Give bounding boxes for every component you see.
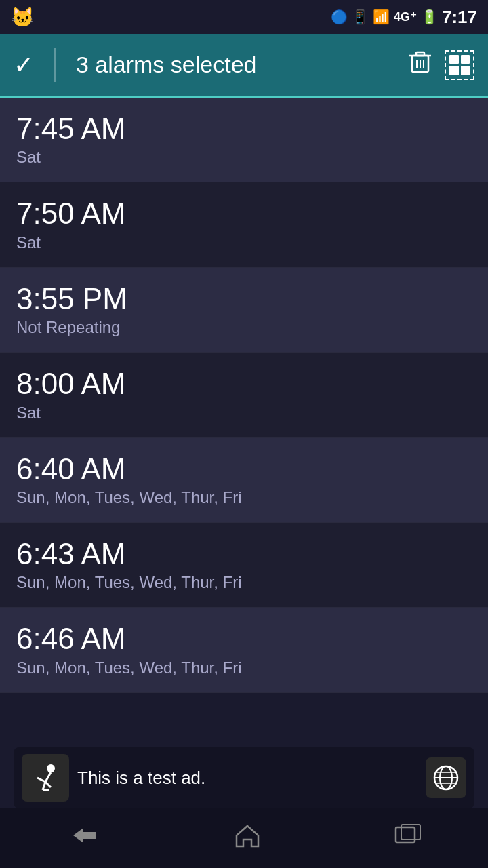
ad-web-icon[interactable]	[426, 757, 466, 798]
home-icon	[234, 823, 261, 848]
battery-icon: 🔋	[421, 9, 438, 25]
svg-point-6	[47, 764, 55, 772]
alarm-item-1[interactable]: 7:50 AM Sat	[0, 182, 488, 267]
grid-cell-3	[449, 66, 459, 75]
signal-icon: 4G⁺	[394, 9, 417, 24]
ad-text: This is a test ad.	[77, 768, 418, 789]
ad-runner-icon	[30, 763, 60, 793]
grid-select-button[interactable]	[445, 50, 474, 80]
grid-cell-2	[461, 55, 470, 64]
selection-title: 3 alarms selected	[76, 52, 396, 78]
globe-icon	[432, 764, 460, 791]
alarm-item-2[interactable]: 3:55 PM Not Repeating	[0, 268, 488, 353]
trash-icon	[409, 50, 431, 75]
delete-button[interactable]	[409, 50, 431, 79]
alarm-time-3: 8:00 AM	[16, 368, 472, 400]
status-time: 7:17	[442, 7, 477, 28]
back-button[interactable]	[66, 825, 100, 851]
alarm-item-3[interactable]: 8:00 AM Sat	[0, 353, 488, 437]
bluetooth-icon: 🔵	[331, 9, 348, 25]
home-button[interactable]	[234, 823, 261, 853]
alarm-label-5: Sun, Mon, Tues, Wed, Thur, Fri	[16, 573, 472, 592]
status-app-icon: 🐱	[11, 6, 35, 28]
grid-cell-1	[449, 55, 459, 64]
grid-cell-4	[461, 66, 470, 75]
alarm-label-4: Sun, Mon, Tues, Wed, Thur, Fri	[16, 488, 472, 507]
alarm-label-2: Not Repeating	[16, 318, 472, 337]
status-right-group: 🔵 📱 📶 4G⁺ 🔋 7:17	[331, 7, 477, 28]
recents-button[interactable]	[394, 823, 422, 853]
alarm-time-6: 6:46 AM	[16, 623, 472, 655]
alarm-label-0: Sat	[16, 148, 472, 167]
status-bar: 🐱 🔵 📱 📶 4G⁺ 🔋 7:17	[0, 0, 488, 34]
back-icon	[66, 825, 100, 846]
svg-line-7	[45, 772, 51, 782]
alarm-time-1: 7:50 AM	[16, 197, 472, 230]
alarm-label-6: Sun, Mon, Tues, Wed, Thur, Fri	[16, 658, 472, 677]
alarm-item-5[interactable]: 6:43 AM Sun, Mon, Tues, Wed, Thur, Fri	[0, 523, 488, 608]
action-bar: ✓ 3 alarms selected	[0, 34, 488, 98]
svg-line-8	[37, 778, 45, 782]
alarm-time-2: 3:55 PM	[16, 283, 472, 315]
check-button[interactable]: ✓	[14, 51, 34, 79]
ad-banner[interactable]: This is a test ad.	[14, 747, 474, 808]
alarm-item-6[interactable]: 6:46 AM Sun, Mon, Tues, Wed, Thur, Fri	[0, 608, 488, 692]
alarm-item-0[interactable]: 7:45 AM Sat	[0, 98, 488, 182]
svg-line-11	[45, 782, 51, 787]
phone-icon: 📱	[352, 9, 369, 25]
alarm-label-3: Sat	[16, 403, 472, 422]
wifi-icon: 📶	[373, 9, 390, 25]
alarm-item-4[interactable]: 6:40 AM Sun, Mon, Tues, Wed, Thur, Fri	[0, 438, 488, 523]
alarm-list: 7:45 AM Sat 7:50 AM Sat 3:55 PM Not Repe…	[0, 98, 488, 693]
action-bar-icons	[409, 50, 474, 80]
alarm-time-4: 6:40 AM	[16, 453, 472, 486]
alarm-time-5: 6:43 AM	[16, 538, 472, 570]
recents-icon	[394, 823, 422, 848]
alarm-time-0: 7:45 AM	[16, 113, 472, 145]
svg-line-9	[43, 782, 45, 790]
action-bar-divider	[54, 48, 56, 82]
alarm-label-1: Sat	[16, 233, 472, 252]
nav-bar	[0, 808, 488, 868]
ad-app-icon	[22, 754, 69, 802]
